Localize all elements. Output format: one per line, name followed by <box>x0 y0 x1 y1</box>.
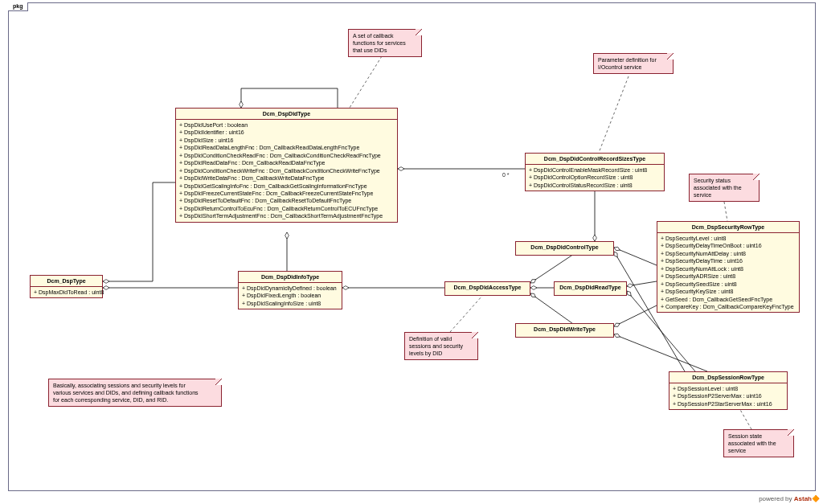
class-title: Dcm_DspSecurityRowType <box>657 222 799 233</box>
class-attrs: + DspDidDynamicllyDefined : boolean+ Dsp… <box>239 283 342 309</box>
class-security-row: Dcm_DspSecurityRowType + DspSecurityLeve… <box>657 221 800 313</box>
class-dsp-did-info-type: Dcm_DspDidInfoType + DspDidDynamicllyDef… <box>238 271 342 309</box>
multiplicity-label: 0 * <box>502 172 510 178</box>
class-dsp-did-control: Dcm_DspDidControlType <box>515 241 614 256</box>
class-control-record-sizes: Dcm_DspDidControlRecordSizesType + DspDi… <box>525 153 665 191</box>
class-dsp-did-write: Dcm_DspDidWriteType <box>515 323 614 338</box>
note-callback: A set of callbackfunctions for servicest… <box>348 29 422 57</box>
class-title: Dcm_DspDidControlRecordSizesType <box>526 154 664 165</box>
class-dsp-did-read: Dcm_DspDidReadType <box>554 281 627 296</box>
class-title: Dcm_DspDidInfoType <box>239 272 342 283</box>
class-attrs: + DspDidControlEnableMaskRecordSize : ui… <box>526 165 664 191</box>
note-security: Security statusassociated with theservic… <box>689 174 760 202</box>
class-attrs: + DspMaxDidToRead : uint8 <box>31 287 102 297</box>
class-attrs: + DspDidUsePort : boolean+ DspDidIdentif… <box>176 120 397 222</box>
diagram-canvas: pkg <box>0 0 823 504</box>
class-title: Dcm_DspDidControlType <box>516 242 613 252</box>
class-title: Dcm_DspDidType <box>176 109 397 120</box>
class-title: Dcm_DspDidWriteType <box>516 324 613 334</box>
note-valid: Definition of validsessions and security… <box>404 332 478 360</box>
class-attrs: + DspSessionLevel : uint8+ DspSessionP2S… <box>669 383 787 409</box>
class-title: Dcm_DspType <box>31 276 102 287</box>
class-attrs: + DspSecurityLevel : uint8+ DspSecurityD… <box>657 233 799 312</box>
class-dsp-type: Dcm_DspType + DspMaxDidToRead : uint8 <box>30 275 103 298</box>
note-param: Parameter definition forI/Ocontrol servi… <box>593 53 674 74</box>
note-explain: Basically, associating sessions and secu… <box>48 379 222 407</box>
class-title: Dcm_DspDidAccessType <box>445 282 530 293</box>
class-title: Dcm_DspDidReadType <box>555 282 626 293</box>
class-dsp-did-type: Dcm_DspDidType + DspDidUsePort : boolean… <box>175 108 398 223</box>
note-session: Session stateassociated with theservice <box>723 429 794 457</box>
package-tab: pkg <box>8 2 28 11</box>
class-dsp-did-access: Dcm_DspDidAccessType <box>444 281 530 296</box>
class-title: Dcm_DspSessionRowType <box>669 372 787 383</box>
class-session-row: Dcm_DspSessionRowType + DspSessionLevel … <box>669 371 788 410</box>
powered-by-footer: powered by Astah🔶 <box>759 495 820 502</box>
